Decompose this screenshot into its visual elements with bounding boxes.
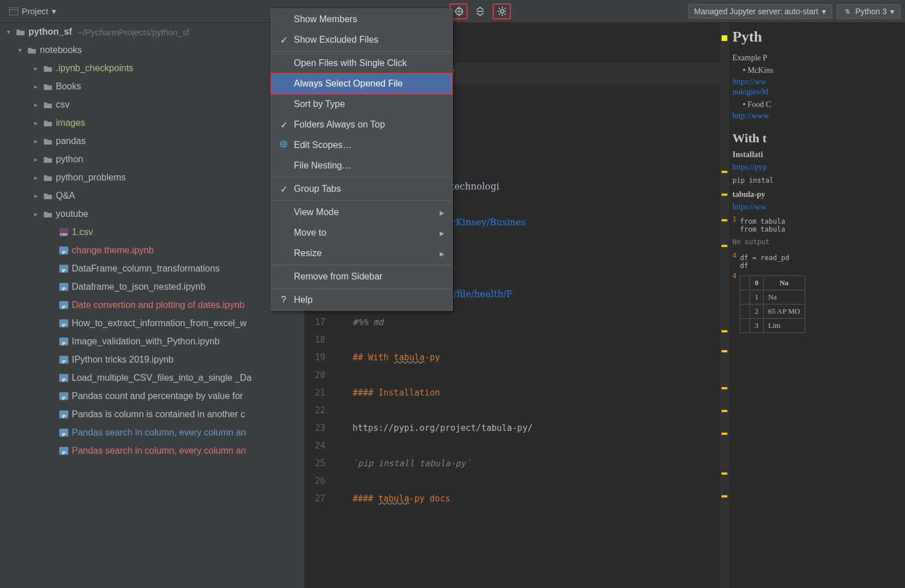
expand-arrow-icon[interactable]: ▸ — [32, 119, 40, 127]
expand-arrow-icon[interactable]: ▸ — [32, 210, 40, 218]
menu-separator — [271, 265, 452, 265]
expand-arrow-icon[interactable]: ▸ — [32, 137, 40, 145]
tree-folder[interactable]: ▸python — [0, 150, 304, 168]
tree-file[interactable]: IPPandas is column is contained in anoth… — [0, 405, 304, 423]
jupyter-label: Managed Jupyter server: auto-start — [694, 7, 818, 16]
submenu-arrow-icon: ▸ — [440, 207, 444, 218]
tree-file[interactable]: CSV1.csv — [0, 223, 304, 241]
line-number: 22 — [305, 405, 332, 416]
code-line[interactable]: 17 #%% md — [305, 313, 728, 331]
collapse-icon-button[interactable] — [471, 3, 489, 19]
line-number: 18 — [305, 335, 332, 345]
tree-folder[interactable]: ▸youtube — [0, 205, 304, 223]
expand-arrow-icon[interactable]: ▸ — [32, 192, 40, 200]
tree-file[interactable]: IPPandas count and percentage by value f… — [0, 387, 304, 405]
line-number: 26 — [305, 476, 332, 486]
jupyter-server-selector[interactable]: Managed Jupyter server: auto-start ▾ — [688, 4, 832, 19]
code-line[interactable]: 23 https://pypi.org/project/tabula-py/ — [305, 419, 728, 437]
menu-item[interactable]: Show Members — [271, 9, 452, 30]
tree-folder[interactable]: ▸.ipynb_checkpoints — [0, 59, 304, 77]
menu-separator — [271, 51, 452, 52]
menu-item[interactable]: ✓Folders Always on Top — [271, 114, 452, 135]
preview-link[interactable]: https://ww — [732, 203, 902, 212]
line-number: 24 — [305, 441, 332, 451]
menu-label: Resize — [294, 248, 322, 258]
preview-link[interactable]: nologies/M — [732, 88, 902, 97]
code-line[interactable]: 21 #### Installation — [305, 384, 728, 401]
tree-folder[interactable]: ▸Q&A — [0, 187, 304, 205]
tree-folder[interactable]: ▸csv — [0, 96, 304, 114]
tree-folder[interactable]: ▸images — [0, 114, 304, 132]
tree-folder[interactable]: ▾ notebooks — [0, 41, 304, 59]
code-line[interactable]: 25 `pip install tabula-py` — [305, 454, 728, 472]
code-line[interactable]: 20 — [305, 366, 728, 384]
settings-context-menu[interactable]: Show Members✓Show Excluded FilesOpen Fil… — [271, 9, 453, 311]
code-text: #### tabula-py docs — [332, 494, 451, 504]
expand-arrow-icon[interactable]: ▸ — [32, 83, 40, 91]
tree-file[interactable]: IPPandas search in column, every column … — [0, 423, 304, 442]
code-line[interactable]: 22 — [305, 401, 728, 419]
menu-item[interactable]: File Nesting… — [271, 155, 452, 176]
expand-arrow-icon[interactable]: ▸ — [32, 155, 40, 163]
code-line[interactable]: 26 — [305, 472, 728, 490]
tree-item-label: Pandas search in column, every column an — [72, 446, 246, 456]
tree-item-label: Pandas search in column, every column an — [72, 427, 246, 438]
tree-folder[interactable]: ▸pandas — [0, 132, 304, 150]
menu-item[interactable]: Edit Scopes… — [271, 135, 452, 155]
ipynb-icon: IP — [59, 356, 68, 364]
menu-item[interactable]: Sort by Type — [271, 94, 452, 114]
tree-file[interactable]: IPLoad_multiple_CSV_files_into_a_single … — [0, 369, 304, 387]
menu-item[interactable]: Remove from Sidebar — [271, 266, 452, 287]
tree-file[interactable]: IPDate convertion and plotting of dates.… — [0, 296, 304, 314]
line-number: 25 — [305, 458, 332, 468]
folder-label: notebooks — [40, 45, 82, 55]
tree-file[interactable]: IPchange theme.ipynb — [0, 241, 304, 260]
code-line[interactable]: 27 #### tabula-py docs — [305, 490, 728, 507]
code-line[interactable]: 18 — [305, 331, 728, 348]
tree-item-label: Date convertion and plotting of dates.ip… — [72, 300, 244, 310]
code-line[interactable]: 19 ## With tabula-py — [305, 348, 728, 366]
menu-item[interactable]: ✓Group Tabs — [271, 179, 452, 199]
check-icon: ✓ — [279, 35, 288, 46]
preview-link[interactable]: https://ww — [732, 77, 902, 87]
menu-item[interactable]: Resize▸ — [271, 243, 452, 264]
expand-arrow-icon[interactable]: ▾ — [16, 46, 24, 54]
chevron-down-icon: ▾ — [822, 7, 826, 16]
interpreter-selector[interactable]: Python 3 ▾ — [837, 4, 900, 19]
expand-arrow-icon[interactable]: ▸ — [32, 174, 40, 182]
ipynb-icon: IP — [59, 283, 68, 291]
preview-link[interactable]: http://www — [732, 112, 902, 121]
tree-file[interactable]: IPDataframe_to_json_nested.ipynb — [0, 278, 304, 296]
radio-icon — [279, 140, 288, 150]
menu-item[interactable]: Move to▸ — [271, 223, 452, 243]
expand-arrow-icon[interactable]: ▸ — [32, 101, 40, 109]
tree-root[interactable]: ▾ python_sf ~/PycharmProjects/python_sf — [0, 23, 304, 41]
tree-file[interactable]: IPHow_to_extract_information_from_excel_… — [0, 314, 304, 332]
tree-folder[interactable]: ▸Books — [0, 77, 304, 96]
project-tree[interactable]: ▾ python_sf ~/PycharmProjects/python_sf … — [0, 23, 305, 588]
preview-subhead: Example P — [732, 54, 902, 63]
tree-file[interactable]: IPImage_validation_with_Python.ipynb — [0, 332, 304, 351]
tree-file[interactable]: IPIPython tricks 2019.ipynb — [0, 351, 304, 369]
tree-folder[interactable]: ▸python_problems — [0, 168, 304, 187]
expand-arrow-icon[interactable]: ▾ — [5, 28, 13, 36]
menu-item[interactable]: View Mode▸ — [271, 202, 452, 223]
menu-label: Help — [294, 295, 313, 305]
menu-item[interactable]: ✓Show Excluded Files — [271, 30, 452, 50]
menu-item[interactable]: ?Help — [271, 290, 452, 310]
preview-link[interactable]: https://pyp — [732, 163, 902, 172]
tree-file[interactable]: IPDataFrame_column_transformations — [0, 260, 304, 278]
menu-label: Remove from Sidebar — [294, 272, 383, 282]
gear-icon-button[interactable] — [493, 3, 511, 19]
expand-arrow-icon[interactable]: ▸ — [32, 64, 40, 72]
tree-item-label: csv — [56, 100, 69, 110]
help-icon: ? — [279, 295, 288, 305]
preview-table: 0Na 1Na 265 AP MO 3Lim — [740, 276, 805, 333]
menu-item[interactable]: Open Files with Single Click — [271, 53, 452, 73]
tree-file[interactable]: IPPandas search in column, every column … — [0, 442, 304, 460]
code-line[interactable]: 24 — [305, 437, 728, 454]
no-output: No output — [732, 236, 902, 248]
gutter-minimap[interactable] — [720, 23, 728, 588]
project-selector[interactable]: Project ▾ — [5, 4, 61, 19]
menu-item[interactable]: Always Select Opened File — [271, 73, 452, 94]
